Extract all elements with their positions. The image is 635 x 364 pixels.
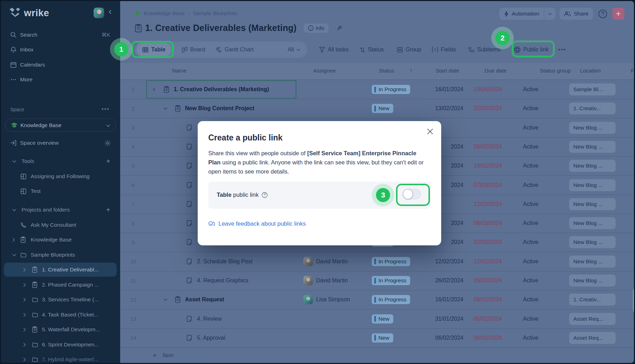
chevron-right-icon[interactable] [23, 327, 26, 332]
location-pill[interactable]: Asset Req... [569, 332, 616, 344]
sidebar-item-projects-and-folders[interactable]: Projects and folders+ [1, 203, 120, 217]
sidebar-item-5-waterfall-developm[interactable]: 5. Waterfall Developm... [1, 322, 120, 337]
chevron-right-icon[interactable] [23, 283, 26, 287]
pin-icon[interactable] [336, 25, 343, 31]
sidebar-item-3-services-timeline[interactable]: 3. Services Timeline (... [1, 293, 120, 307]
plus-icon[interactable]: + [106, 206, 110, 214]
filter-button[interactable]: All tasks [319, 44, 349, 56]
item-name[interactable]: 4. Request Graphics [197, 277, 248, 284]
assignee-name[interactable]: David Martin [316, 258, 348, 265]
chevron-right-icon[interactable] [23, 357, 26, 362]
location-pill[interactable]: New Blog ... [569, 256, 616, 268]
status-badge[interactable]: In Progress [372, 257, 410, 266]
add-item-row[interactable]: + Item ⌃⇧N [120, 347, 634, 363]
due-date[interactable]: 07/03/2024 [474, 182, 502, 188]
start-date[interactable]: 26/02/2024 [413, 277, 463, 284]
item-name[interactable]: Asset Request [185, 296, 224, 303]
chevron-left-icon[interactable] [153, 87, 156, 92]
status-badge[interactable]: New [372, 104, 393, 113]
sidebar-item-test[interactable]: Test [1, 184, 120, 198]
sidebar-item-inbox[interactable]: Inbox [1, 43, 120, 57]
automation-dropdown[interactable] [544, 8, 555, 20]
start-date[interactable]: 16/01/2024 [413, 86, 463, 93]
sidebar-item-tools[interactable]: Tools+ [1, 154, 120, 168]
sidebar-item-ask-my-consultant[interactable]: Ask My Consultant [1, 218, 120, 232]
assignee-avatar[interactable] [303, 257, 313, 266]
sidebar-item-calendars[interactable]: Calendars [1, 58, 120, 72]
add-new-button[interactable]: + [612, 8, 624, 20]
item-name[interactable]: 2. Schedule Blog Post [197, 258, 252, 265]
breadcrumb-item-sample-blueprints[interactable]: Sample Blueprints [193, 10, 238, 17]
automation-button[interactable]: Automation [499, 8, 544, 20]
assignee-avatar[interactable] [303, 295, 313, 305]
due-date[interactable]: 22/03/2024 [474, 239, 502, 245]
due-date[interactable]: 19/02/2024 [474, 163, 502, 169]
user-avatar[interactable] [93, 7, 104, 18]
plus-icon[interactable]: + [106, 157, 110, 165]
start-date[interactable]: 16/01/2024 [413, 296, 463, 303]
info-button[interactable]: Info [304, 24, 328, 33]
tab-gantt-chart[interactable]: Gantt Chart [216, 46, 254, 53]
location-pill[interactable]: New Blog ... [569, 122, 616, 134]
due-date[interactable]: 26/02/2024 [474, 277, 502, 284]
close-icon[interactable] [427, 128, 433, 135]
location-pill[interactable]: New Blog ... [569, 160, 616, 172]
location-pill[interactable]: New Blog ... [569, 236, 616, 248]
help-circle-icon[interactable] [261, 192, 268, 198]
column-header-assignee[interactable]: Assignee [313, 68, 336, 74]
due-date[interactable]: 19/04/2024 [474, 86, 502, 93]
item-name[interactable]: 1. Creative Deliverables (Marketing) [174, 86, 269, 93]
due-date[interactable]: 08/02/2024 [474, 296, 502, 303]
space-selector[interactable]: Knowledge Base [5, 119, 116, 132]
column-header-name[interactable]: Name [172, 68, 186, 74]
chevron-down-icon[interactable] [12, 253, 17, 257]
chevron-down-icon[interactable] [12, 208, 17, 212]
start-date[interactable]: 12/02/2024 [413, 258, 463, 265]
location-pill[interactable]: New Blog ... [569, 141, 616, 153]
due-date[interactable]: 22/03/2024 [474, 105, 502, 112]
group-button[interactable]: Group [397, 44, 421, 56]
sidebar-item-assigning-and-following[interactable]: Assigning and Following [1, 169, 120, 183]
sort-button[interactable]: Status [360, 44, 384, 56]
column-header-location[interactable]: Location [580, 68, 601, 74]
assignee-name[interactable]: Lisa Simpson [316, 296, 350, 303]
sort-ascending-icon[interactable]: ↑ [410, 68, 413, 74]
chevron-down-icon[interactable] [12, 160, 17, 163]
start-date[interactable]: 13/02/2024 [413, 105, 463, 112]
sidebar-item-4-task-based-ticket[interactable]: 4. Task Based (Ticket... [1, 308, 120, 322]
due-date[interactable]: 09/02/2024 [474, 144, 502, 150]
gear-icon[interactable] [104, 140, 111, 146]
column-header-due-date[interactable]: Due date [485, 68, 507, 74]
share-button[interactable]: Share [560, 8, 593, 20]
tab-board[interactable]: Board [182, 46, 205, 53]
start-date[interactable]: 06/02/2024 [413, 335, 463, 341]
sidebar-item-more[interactable]: More [1, 73, 120, 87]
space-menu-icon[interactable]: ••• [101, 106, 110, 112]
assignee-name[interactable]: David Martin [316, 277, 348, 284]
status-badge[interactable]: In Progress [372, 295, 410, 304]
location-pill[interactable]: New Blog ... [569, 179, 616, 191]
table-row[interactable]: 11. Creative Deliverables (Marketing)In … [120, 80, 634, 99]
location-pill[interactable]: New Blog ... [569, 275, 616, 287]
location-pill[interactable]: New Blog ... [569, 217, 616, 229]
sidebar-item-sample-blueprints[interactable]: Sample Blueprints [1, 248, 120, 262]
column-header-status[interactable]: Status [379, 68, 394, 74]
status-badge[interactable]: New [372, 333, 393, 343]
column-header-files[interactable]: Fil [631, 68, 634, 74]
start-date[interactable]: 31/01/2024 [413, 316, 463, 322]
due-date[interactable]: 12/03/2024 [474, 201, 502, 207]
sidebar-item-knowledge-base[interactable]: Knowledge Base [1, 233, 120, 247]
column-header-status-group[interactable]: Status group [540, 68, 571, 74]
location-pill[interactable]: 1. Creativ... [569, 102, 616, 114]
due-date[interactable]: 08/03/2024 [474, 220, 502, 226]
due-date[interactable]: 12/02/2024 [474, 258, 502, 265]
table-row[interactable]: 12Asset RequestLisa SimpsonIn Progress16… [120, 290, 634, 309]
location-pill[interactable]: Asset Req... [569, 313, 616, 325]
location-pill[interactable]: Sample Bl... [569, 83, 616, 95]
table-row[interactable]: 145. ApprovalNew06/02/202406/02/2024Acti… [120, 328, 634, 348]
table-row[interactable]: 114. Request GraphicsDavid MartinIn Prog… [120, 271, 634, 290]
sidebar-collapse-icon[interactable] [108, 10, 113, 16]
due-date[interactable]: 05/02/2024 [474, 316, 502, 322]
assignee-avatar[interactable] [303, 276, 313, 285]
status-badge[interactable]: In Progress [372, 85, 410, 94]
